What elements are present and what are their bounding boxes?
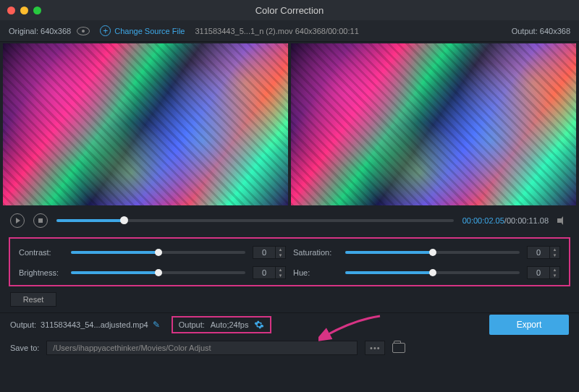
seek-slider[interactable] [56, 219, 454, 222]
volume-icon[interactable] [557, 216, 569, 226]
save-to-label: Save to: [10, 344, 39, 352]
change-source-button[interactable]: + Change Source File [100, 25, 185, 36]
brightness-label: Brightness: [19, 268, 64, 277]
output-size-label: Output: 640x368 [512, 27, 570, 35]
stop-button[interactable] [33, 213, 48, 228]
export-button[interactable]: Export [489, 315, 569, 335]
play-icon [16, 218, 20, 223]
edit-icon[interactable]: ✎ [153, 320, 160, 330]
brightness-value[interactable]: 0▲▼ [253, 266, 286, 279]
window-title: Color Correction [255, 5, 324, 16]
hue-slider[interactable] [345, 271, 520, 274]
output-profile-box[interactable]: Output: Auto;24fps [172, 316, 272, 333]
preview-output [291, 43, 576, 205]
chevron-down-icon[interactable]: ▼ [276, 252, 285, 258]
toolbar: Original: 640x368 + Change Source File 3… [0, 20, 579, 42]
contrast-value[interactable]: 0▲▼ [253, 246, 286, 259]
maximize-icon[interactable] [33, 7, 41, 14]
chevron-up-icon[interactable]: ▲ [550, 247, 559, 252]
output-row: Output: 311583443_54...adjusted.mp4 ✎ Ou… [0, 312, 579, 336]
preview-original [3, 43, 288, 205]
color-adjust-panel: Contrast: 0▲▼ Saturation: 0▲▼ Brightness… [9, 237, 570, 286]
chevron-up-icon[interactable]: ▲ [276, 267, 285, 273]
chevron-up-icon[interactable]: ▲ [276, 247, 285, 252]
time-total: /00:00:11.08 [504, 216, 549, 225]
browse-button[interactable]: ••• [365, 341, 385, 355]
stop-icon [38, 218, 43, 223]
gear-icon[interactable] [254, 320, 264, 330]
saturation-value[interactable]: 0▲▼ [527, 246, 560, 259]
hue-value[interactable]: 0▲▼ [527, 266, 560, 279]
hue-label: Hue: [293, 268, 338, 277]
brightness-slider[interactable] [71, 271, 245, 274]
source-file-info: 311583443_5...1_n (2).mov 640x368/00:00:… [195, 27, 358, 35]
output-filename: 311583443_54...adjusted.mp4 [41, 320, 148, 329]
time-display: 00:00:02.05/00:00:11.08 [462, 216, 549, 225]
reset-button[interactable]: Reset [10, 292, 56, 307]
saturation-label: Saturation: [293, 248, 338, 257]
preview-area [0, 42, 579, 207]
chevron-down-icon[interactable]: ▼ [550, 252, 559, 258]
plus-icon: + [100, 25, 111, 36]
original-size-label: Original: 640x368 [9, 27, 71, 35]
output-profile-value: Auto;24fps [211, 320, 249, 329]
play-button[interactable] [10, 213, 25, 228]
chevron-down-icon[interactable]: ▼ [550, 273, 559, 278]
chevron-up-icon[interactable]: ▲ [550, 267, 559, 273]
save-path-field[interactable]: /Users/ihappyacethinker/Movies/Color Adj… [46, 341, 358, 355]
output-label: Output: [10, 320, 36, 329]
contrast-slider[interactable] [71, 251, 245, 254]
saturation-slider[interactable] [345, 251, 520, 254]
close-icon[interactable] [7, 7, 15, 14]
eye-icon[interactable] [77, 27, 90, 35]
window-controls [7, 7, 41, 14]
output-profile-label: Output: [179, 320, 205, 329]
chevron-down-icon[interactable]: ▼ [276, 273, 285, 278]
time-current: 00:00:02.05 [462, 216, 504, 225]
playback-bar: 00:00:02.05/00:00:11.08 [0, 207, 579, 234]
titlebar: Color Correction [0, 0, 579, 20]
change-source-label: Change Source File [114, 27, 185, 35]
minimize-icon[interactable] [20, 7, 28, 14]
save-row: Save to: /Users/ihappyacethinker/Movies/… [0, 336, 579, 360]
folder-icon[interactable] [392, 343, 405, 353]
contrast-label: Contrast: [19, 248, 64, 257]
